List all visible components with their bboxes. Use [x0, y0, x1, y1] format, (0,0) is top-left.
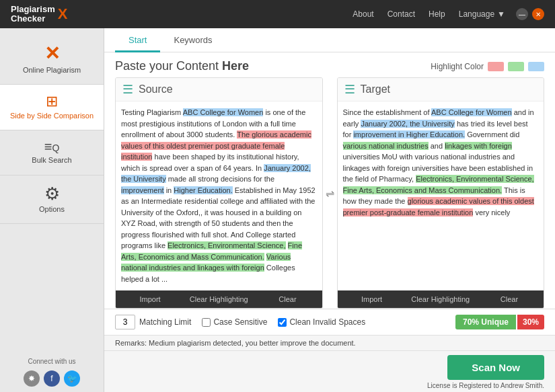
highlight-color-area: Highlight Color — [431, 62, 544, 71]
connect-label: Connect with us — [24, 358, 80, 365]
close-button[interactable]: ✕ — [532, 8, 544, 20]
bottom-bar: Matching Limit Case Sensitive Clean Inva… — [104, 309, 555, 335]
sidebar-item-bulk-search[interactable]: ≡Q Bulk Search — [0, 130, 104, 175]
source-clear-highlighting-button[interactable]: Clear Highlighting — [184, 290, 253, 308]
sidebar-item-options[interactable]: ⚙ Options — [0, 175, 104, 224]
window-controls: — ✕ — [516, 8, 544, 20]
target-import-button[interactable]: Import — [338, 290, 406, 308]
target-panel: ☰ Target Since the establishment of ABC … — [337, 77, 545, 309]
sidebar-label-options: Options — [39, 205, 65, 214]
social-icons: ✸ f 🐦 — [24, 370, 80, 387]
source-panel: ☰ Source Testing Plagiarism ABC College … — [115, 77, 323, 309]
logo-x: X — [58, 5, 68, 23]
unique-progress: 70% Unique — [455, 315, 516, 329]
remarks-bar: Remarks: Medium plagiarism detected, you… — [104, 335, 555, 350]
nav-help[interactable]: Help — [429, 9, 445, 19]
language-button[interactable]: Language ▼ — [459, 9, 505, 19]
source-panel-body[interactable]: Testing Plagiarism ABC College for Women… — [116, 102, 322, 290]
page-title: Paste your Content Here — [115, 59, 249, 73]
tabs-bar: Start Keywords — [104, 28, 555, 52]
online-plagiarism-icon: ✕ — [44, 44, 60, 63]
tab-keywords[interactable]: Keywords — [160, 28, 225, 52]
clean-invalid-spaces-group: Clean Invalid Spaces — [278, 317, 365, 327]
color-box-red — [488, 62, 504, 71]
scan-now-button[interactable]: Scan Now — [447, 355, 544, 380]
target-clear-highlighting-button[interactable]: Clear Highlighting — [406, 290, 475, 308]
tab-start[interactable]: Start — [115, 28, 160, 52]
target-panel-icon: ☰ — [344, 82, 355, 97]
target-panel-body[interactable]: Since the establishment of ABC College f… — [338, 102, 544, 290]
main-layout: ✕ Online Plagiarism ⊞ Side by Side Compa… — [0, 28, 555, 392]
sidebar-label-side-by-side: Side by Side Comparison — [10, 112, 94, 120]
matching-limit-label: Matching Limit — [139, 317, 191, 327]
sidebar-label-online-plagiarism: Online Plagiarism — [23, 66, 81, 75]
nav-about[interactable]: About — [353, 9, 373, 19]
remarks-text: Remarks: Medium plagiarism detected, you… — [115, 339, 356, 347]
target-panel-header: ☰ Target — [338, 78, 544, 102]
clean-invalid-spaces-label: Clean Invalid Spaces — [289, 317, 365, 327]
sidebar-bottom: Connect with us ✸ f 🐦 — [24, 350, 80, 392]
source-panel-icon: ☰ — [122, 82, 133, 97]
case-sensitive-checkbox[interactable] — [202, 318, 211, 327]
top-nav: About Contact Help Language ▼ — [353, 9, 505, 19]
source-panel-footer: Import Clear Highlighting Clear — [116, 290, 322, 308]
matching-limit-area: Matching Limit — [115, 315, 191, 329]
sidebar-item-online-plagiarism[interactable]: ✕ Online Plagiarism — [0, 35, 104, 85]
sidebar-item-side-by-side[interactable]: ⊞ Side by Side Comparison — [0, 85, 104, 130]
progress-area: 70% Unique 30% — [455, 315, 544, 329]
bulk-search-icon: ≡Q — [44, 140, 60, 153]
comparison-row: ☰ Source Testing Plagiarism ABC College … — [104, 77, 555, 309]
logo: PlagiarismChecker X — [11, 5, 67, 24]
duplicate-progress: 30% — [517, 315, 544, 329]
sidebar: ✕ Online Plagiarism ⊞ Side by Side Compa… — [0, 28, 104, 392]
nav-contact[interactable]: Contact — [387, 9, 415, 19]
sidebar-label-bulk-search: Bulk Search — [32, 156, 71, 165]
panel-arrow: ⇌ — [323, 77, 337, 309]
highlight-color-label: Highlight Color — [431, 62, 484, 71]
target-clear-button[interactable]: Clear — [475, 290, 544, 308]
license-text: License is Registered to Andrew Smith. — [427, 382, 544, 389]
target-panel-footer: Import Clear Highlighting Clear — [338, 290, 544, 308]
source-panel-title: Source — [139, 83, 173, 95]
source-panel-header: ☰ Source — [116, 78, 322, 102]
content-area: Start Keywords Paste your Content Here H… — [104, 28, 555, 392]
case-sensitive-group: Case Sensitive — [202, 317, 267, 327]
target-panel-title: Target — [361, 83, 390, 95]
color-box-green — [508, 62, 524, 71]
social-icon-twitter[interactable]: ✸ — [24, 370, 40, 387]
minimize-button[interactable]: — — [516, 8, 528, 20]
source-import-button[interactable]: Import — [116, 290, 184, 308]
social-icon-bird[interactable]: 🐦 — [64, 370, 80, 387]
matching-limit-input[interactable] — [115, 315, 135, 329]
topbar: PlagiarismChecker X About Contact Help L… — [0, 0, 555, 28]
clean-invalid-spaces-checkbox[interactable] — [278, 318, 287, 327]
source-clear-button[interactable]: Clear — [253, 290, 322, 308]
case-sensitive-label: Case Sensitive — [213, 317, 267, 327]
social-icon-facebook[interactable]: f — [44, 370, 60, 387]
options-icon: ⚙ — [44, 185, 60, 202]
page-header: Paste your Content Here Highlight Color — [104, 52, 555, 77]
scan-footer: Scan Now License is Registered to Andrew… — [104, 350, 555, 392]
side-by-side-icon: ⊞ — [46, 94, 58, 109]
color-box-blue — [528, 62, 544, 71]
